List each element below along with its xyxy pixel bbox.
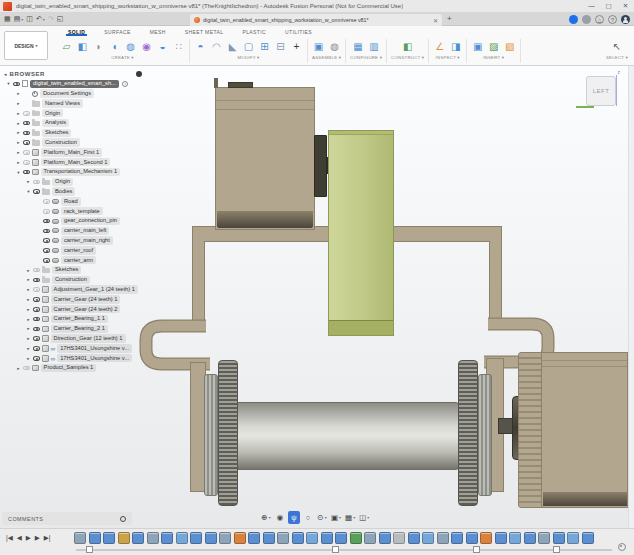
measure-icon[interactable]: ∠ [433,40,446,53]
browser-tree-row[interactable]: ▸Named Views [0,99,164,109]
browser-item-label[interactable]: Carrier_Bearing_1 1 [51,315,108,323]
browser-tree-row[interactable]: ▸∞17HS3401_Usongshine v... [0,344,164,354]
timeline-feature-icon[interactable] [495,532,507,544]
model-stepper-motor-left[interactable] [215,87,315,230]
split-body-icon[interactable]: ⊟ [274,40,287,53]
browser-item-label[interactable]: Named Views [42,99,83,107]
timeline-feature-icon[interactable] [176,532,188,544]
browser-tree-row[interactable]: ▸Direction_Gear (12 teeth) 1 [0,334,164,344]
minimize-button[interactable]: — [583,2,600,10]
visibility-eye-icon[interactable] [23,160,30,165]
help-icon[interactable]: ? [608,15,617,24]
visibility-eye-icon[interactable] [43,229,50,234]
visibility-eye-icon[interactable] [23,131,30,136]
view-cube[interactable]: LEFT [586,76,616,106]
browser-item-label[interactable]: Transportation_Mechanism 1 [41,168,120,176]
expand-open-icon[interactable]: ▾ [15,170,22,175]
timeline-marker-handle[interactable] [332,546,339,553]
toolbar-group-label[interactable]: CREATE ▾ [111,55,134,60]
browser-tree-row[interactable]: ▸Carrier_Bearing_1 1 [0,314,164,324]
visibility-eye-icon[interactable] [23,366,30,371]
zoom-icon[interactable]: ⊙▾ [316,511,328,524]
visibility-eye-icon[interactable] [43,248,50,253]
model-gear-right[interactable] [458,360,478,506]
browser-tree-row[interactable]: carrier_main_left [0,226,164,236]
step-back-button[interactable]: ◀ [17,534,22,542]
browser-item-label[interactable]: Origin [42,109,63,117]
toolbar-group-label[interactable]: CONSTRUCT ▾ [391,55,424,60]
expand-closed-icon[interactable]: ▸ [15,101,22,106]
browser-item-label[interactable]: Carrier_Bearing_2 1 [51,325,108,333]
ribbon-tab-plastic[interactable]: PLASTIC [240,28,268,36]
fillet-icon[interactable]: ◠ [210,40,223,53]
browser-item-label[interactable]: rack_template [61,207,103,215]
visibility-eye-icon[interactable] [23,140,30,145]
model-gear-left[interactable] [218,360,238,506]
redo-icon[interactable]: ↷ [48,15,54,23]
timeline-feature-icon[interactable] [190,532,202,544]
go-to-end-button[interactable]: ▶| [44,534,51,542]
browser-tree-row[interactable]: ▾digital_twin_enabled_smart_sh...i [0,79,164,89]
insert-image-icon[interactable]: ▨ [487,40,500,53]
combine-icon[interactable]: ⊞ [258,40,271,53]
ribbon-tab-utilities[interactable]: UTILITIES [283,28,314,36]
expand-closed-icon[interactable]: ▸ [25,268,32,273]
browser-tree-row[interactable]: ▸Product_Samples 1 [0,363,164,373]
select-icon[interactable]: ↖ [610,40,623,53]
sweep-icon[interactable]: ◖ [108,40,121,53]
browser-tree-row[interactable]: ▸Origin [0,177,164,187]
expand-closed-icon[interactable]: ▸ [25,336,32,341]
timeline-feature-icon[interactable] [364,532,376,544]
document-tab[interactable]: digital_twin_enabled_smart_shipping_work… [190,14,442,26]
browser-item-label[interactable]: 17HS3401_Usongshine v... [57,344,132,352]
timeline-feature-icon[interactable] [277,532,289,544]
chamfer-icon[interactable]: ◣ [226,40,239,53]
collapse-browser-icon[interactable]: ◂ [4,71,7,77]
model-roller-cylinder[interactable] [230,402,459,470]
timeline-feature-icon[interactable] [408,532,420,544]
visibility-eye-icon[interactable] [33,307,40,312]
visibility-eye-icon[interactable] [23,111,30,116]
browser-item-label[interactable]: Platform_Main_First 1 [41,148,103,156]
timeline-feature-icon[interactable] [567,532,579,544]
visibility-eye-icon[interactable] [33,317,40,322]
visibility-eye-icon[interactable] [33,287,40,292]
expand-closed-icon[interactable]: ▸ [25,326,32,331]
model-stepper-motor-right-ribs[interactable] [518,352,542,508]
browser-tree-row[interactable]: ▸Origin [0,108,164,118]
timeline-feature-icon[interactable] [219,532,231,544]
visibility-eye-icon[interactable] [33,327,40,332]
browser-item-label[interactable]: Carrier_Gear (24 teeth) 1 [51,295,121,303]
joint-icon[interactable]: ◍ [328,40,341,53]
close-tab-icon[interactable]: ✕ [433,17,438,24]
timeline-settings-gear-icon[interactable] [618,543,626,551]
timeline-feature-icon[interactable] [509,532,521,544]
timeline-feature-icon[interactable] [118,532,130,544]
app-grid-icon[interactable]: ▦ [4,15,11,23]
timeline-feature-icon[interactable] [234,532,246,544]
visibility-eye-icon[interactable] [43,219,50,224]
move-copy-icon[interactable]: + [290,40,303,53]
extrude-icon[interactable]: ◧ [76,40,89,53]
new-tab-button[interactable]: + [447,14,452,23]
sync-status-icon[interactable] [582,15,591,24]
timeline-feature-icon[interactable] [466,532,478,544]
expand-open-icon[interactable]: ▾ [5,81,12,86]
browser-tree-row[interactable]: ▸Platform_Main_First 1 [0,148,164,158]
browser-item-label[interactable]: Analysis [42,119,69,127]
browser-item-label[interactable]: Construction [42,138,80,146]
expand-closed-icon[interactable]: ▸ [15,91,22,96]
expand-closed-icon[interactable]: ▸ [25,346,32,351]
visibility-eye-icon[interactable] [33,268,40,273]
new-component-icon[interactable]: ▣ [312,40,325,53]
undo-icon[interactable]: ↶▾ [36,15,45,23]
timeline-marker-handle[interactable] [473,546,480,553]
browser-item-label[interactable]: Platform_Main_Second 1 [41,158,111,166]
browser-tree-row[interactable]: carrier_roof [0,246,164,256]
timeline-marker-handle[interactable] [86,546,93,553]
3d-viewport[interactable]: LEFT z ◂ BROWSER ▾digital_twin_enabled_s… [0,66,634,528]
browser-tree-row[interactable]: gear_connection_pin [0,216,164,226]
display-settings-icon[interactable]: ▣▾ [330,511,342,524]
model-rack-plate-green[interactable] [328,130,394,336]
timeline-feature-icon[interactable] [393,532,405,544]
